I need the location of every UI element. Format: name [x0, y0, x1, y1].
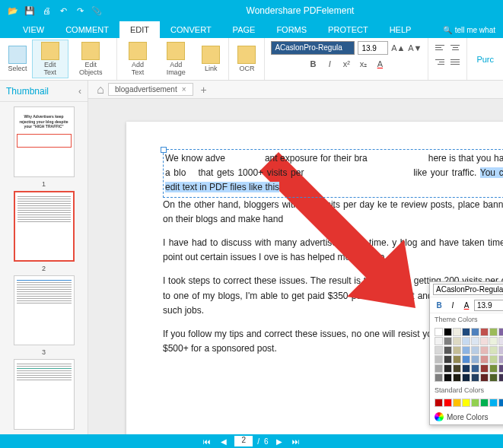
color-swatch[interactable]	[462, 364, 470, 373]
color-swatch[interactable]	[453, 328, 461, 336]
color-swatch[interactable]	[489, 328, 498, 336]
color-swatch[interactable]	[453, 399, 461, 407]
menu-help[interactable]: Help	[379, 21, 422, 38]
page-number-input[interactable]: 2	[234, 436, 253, 446]
add-tab-button[interactable]: +	[196, 84, 212, 96]
color-swatch[interactable]	[498, 364, 503, 373]
ocr-button[interactable]: OCR	[232, 44, 261, 75]
mini-font-name[interactable]	[433, 284, 503, 295]
redo-icon[interactable]: ↷	[73, 4, 87, 17]
color-swatch[interactable]	[498, 328, 503, 336]
tell-me-search[interactable]: 🔍 tell me what	[443, 21, 503, 38]
home-icon[interactable]: ⌂	[93, 82, 108, 97]
color-swatch[interactable]	[444, 328, 452, 336]
color-swatch[interactable]	[435, 399, 443, 407]
color-swatch[interactable]	[444, 337, 452, 345]
color-swatch[interactable]	[435, 346, 443, 354]
paragraph-3[interactable]: I have had to discuss with many advertis…	[163, 236, 503, 265]
font-name-select[interactable]: ACaslonPro-Regula	[271, 41, 355, 55]
color-swatch[interactable]	[453, 337, 461, 345]
mini-font-color-button[interactable]: A	[460, 299, 473, 311]
first-page-button[interactable]: ⏮	[201, 436, 213, 446]
menu-protect[interactable]: Protect	[317, 21, 379, 38]
document-tab[interactable]: blogadvertisement ×	[108, 83, 193, 96]
italic-button[interactable]: I	[323, 57, 336, 71]
align-left-button[interactable]	[433, 41, 447, 53]
last-page-button[interactable]: ⏭	[290, 436, 302, 446]
save-icon[interactable]: 💾	[23, 4, 37, 17]
color-swatch[interactable]	[489, 355, 498, 364]
color-swatch[interactable]	[444, 346, 452, 354]
color-swatch[interactable]	[489, 346, 498, 354]
color-swatch[interactable]	[435, 355, 443, 364]
color-swatch[interactable]	[435, 337, 443, 345]
align-right-button[interactable]	[433, 56, 447, 68]
color-swatch[interactable]	[489, 373, 498, 382]
color-swatch[interactable]	[462, 337, 470, 345]
color-swatch[interactable]	[462, 355, 470, 364]
prev-page-button[interactable]: ◀	[218, 436, 230, 446]
attach-icon[interactable]: 📎	[90, 4, 103, 17]
color-swatch[interactable]	[471, 346, 479, 354]
paragraph-2[interactable]: On the other hand, bloggers with 200 vis…	[163, 198, 503, 227]
menu-comment[interactable]: Comment	[55, 21, 119, 38]
color-swatch[interactable]	[498, 346, 503, 354]
menu-edit[interactable]: Edit	[119, 21, 160, 38]
font-size-input[interactable]	[358, 41, 388, 55]
thumbnail-page-4[interactable]	[14, 359, 75, 430]
color-swatch[interactable]	[471, 399, 479, 407]
color-swatch[interactable]	[444, 364, 452, 373]
color-swatch[interactable]	[489, 399, 498, 407]
color-swatch[interactable]	[453, 346, 461, 354]
color-swatch[interactable]	[480, 337, 489, 345]
color-swatch[interactable]	[471, 328, 479, 336]
edit-text-button[interactable]: Edit Text	[32, 40, 68, 79]
color-swatch[interactable]	[480, 399, 489, 407]
color-swatch[interactable]	[435, 364, 443, 373]
color-swatch[interactable]	[462, 346, 470, 354]
color-swatch[interactable]	[480, 364, 489, 373]
grow-font-button[interactable]: A▲	[391, 41, 405, 55]
menu-convert[interactable]: Convert	[160, 21, 222, 38]
subscript-button[interactable]: x₂	[356, 57, 370, 71]
purchase-link[interactable]: Purc	[467, 38, 503, 80]
color-swatch[interactable]	[462, 399, 470, 407]
mini-italic-button[interactable]: I	[447, 299, 459, 311]
undo-icon[interactable]: ↶	[56, 4, 70, 17]
more-colors-button[interactable]: More Colors	[430, 409, 503, 424]
color-swatch[interactable]	[462, 373, 470, 382]
shrink-font-button[interactable]: A▼	[408, 41, 422, 55]
thumbnail-collapse-icon[interactable]: ‹	[78, 86, 81, 97]
menu-page[interactable]: Page	[222, 21, 266, 38]
menu-forms[interactable]: Forms	[266, 21, 317, 38]
color-swatch[interactable]	[435, 373, 443, 382]
color-swatch[interactable]	[453, 355, 461, 364]
link-button[interactable]: Link	[196, 44, 225, 75]
color-swatch[interactable]	[453, 373, 461, 382]
color-swatch[interactable]	[480, 346, 489, 354]
color-swatch[interactable]	[480, 355, 489, 364]
menu-view[interactable]: View	[12, 21, 55, 38]
print-icon[interactable]: 🖨	[40, 4, 53, 17]
editing-text-block[interactable]: We know adve rtisers w ant exposure for …	[163, 149, 503, 198]
open-icon[interactable]: 📂	[6, 4, 20, 17]
color-swatch[interactable]	[480, 373, 489, 382]
color-swatch[interactable]	[498, 373, 503, 382]
color-swatch[interactable]	[471, 337, 479, 345]
color-swatch[interactable]	[444, 373, 452, 382]
close-tab-icon[interactable]: ×	[182, 85, 186, 94]
color-swatch[interactable]	[462, 328, 470, 336]
color-swatch[interactable]	[471, 355, 479, 364]
thumbnail-page-1[interactable]: Why Advertisers keep rejecting your blog…	[14, 106, 75, 177]
add-image-button[interactable]: Add Image	[155, 40, 196, 78]
color-swatch[interactable]	[471, 364, 479, 373]
next-page-button[interactable]: ▶	[273, 436, 285, 446]
superscript-button[interactable]: x²	[339, 57, 353, 71]
color-swatch[interactable]	[489, 364, 498, 373]
mini-bold-button[interactable]: B	[433, 299, 445, 311]
select-button[interactable]: Select	[3, 44, 32, 75]
color-swatch[interactable]	[453, 364, 461, 373]
align-center-button[interactable]	[448, 41, 462, 53]
color-swatch[interactable]	[498, 337, 503, 345]
color-swatch[interactable]	[498, 355, 503, 364]
